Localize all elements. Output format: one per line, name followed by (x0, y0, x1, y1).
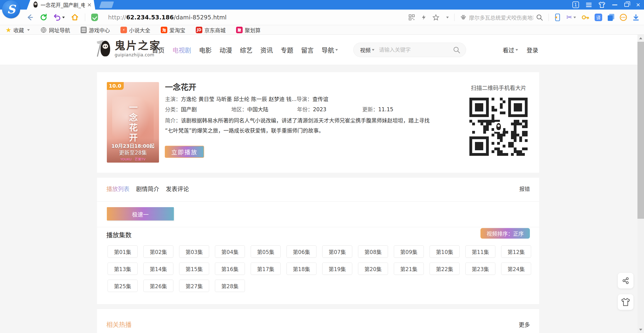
playlist-tab[interactable]: 发表评论 (166, 184, 189, 193)
skin-tshirt-icon[interactable] (599, 2, 605, 8)
episode-button[interactable]: 第07集 (322, 245, 352, 258)
episode-button[interactable]: 第25集 (108, 280, 138, 292)
share-button[interactable] (618, 273, 633, 288)
download-icon[interactable] (632, 14, 639, 21)
refresh-icon[interactable] (40, 14, 47, 21)
bookmark-item[interactable]: 游戏中心 (81, 26, 110, 34)
nav-item[interactable]: 综艺 (240, 45, 252, 54)
episode-button[interactable]: 第11集 (465, 245, 495, 258)
bookmark-item[interactable]: 聚聚划算 (236, 26, 261, 34)
episode-button[interactable]: 第14集 (143, 263, 173, 275)
episode-button[interactable]: 第21集 (394, 263, 424, 275)
bookmark-item[interactable]: JD京东商城 (196, 26, 226, 34)
episode-button[interactable]: 第18集 (286, 263, 316, 275)
category-field: 分类：国产剧 (165, 105, 197, 113)
bookmark-item[interactable]: ⚡小说大全 (120, 26, 150, 34)
undo-dropdown-icon[interactable] (62, 17, 65, 20)
episode-button[interactable]: 第17集 (251, 263, 281, 275)
site-search[interactable]: 视频 (353, 43, 466, 57)
episode-button[interactable]: 第08集 (358, 245, 388, 258)
hot-search-box[interactable]: 摩尔多瓦总统爱犬咬伤奥地利 (460, 14, 543, 21)
report-error-link[interactable]: 报错 (519, 185, 530, 192)
episode-button[interactable]: 第05集 (251, 245, 281, 258)
window-count-badge[interactable]: 1 (572, 2, 579, 8)
nav-item[interactable]: 电视剧 (172, 45, 191, 54)
tabs-copy-icon[interactable] (608, 14, 614, 21)
nav-item[interactable]: 专题 (281, 45, 293, 54)
nav-item[interactable]: 导航 (321, 45, 338, 54)
episode-button[interactable]: 第13集 (108, 263, 138, 275)
send-to-phone-icon[interactable] (554, 14, 561, 21)
sort-order-button[interactable]: 视频排序：正序 (480, 228, 530, 239)
search-category-select[interactable]: 视频 (360, 46, 374, 54)
skin-button[interactable] (618, 294, 633, 310)
episode-button[interactable]: 第28集 (215, 280, 245, 292)
episode-button[interactable]: 第03集 (179, 245, 209, 258)
tab-close-icon[interactable]: × (87, 2, 92, 8)
login-link[interactable]: 登录 (527, 46, 538, 54)
watch-history-link[interactable]: 看过 (503, 46, 518, 54)
translate-icon[interactable]: 译 (595, 14, 602, 21)
playlist-tab[interactable]: 剧情简介 (136, 184, 159, 193)
favorite-star-icon[interactable] (432, 14, 439, 21)
flash-icon[interactable] (421, 14, 427, 21)
nav-item[interactable]: 首页 (152, 45, 165, 54)
home-icon[interactable] (71, 14, 79, 21)
favorites-dropdown-icon[interactable] (446, 17, 449, 20)
bookmark-item[interactable]: 淘爱淘宝 (161, 26, 185, 34)
qr-code-icon[interactable] (408, 14, 415, 21)
search-input[interactable] (379, 47, 437, 53)
episode-button[interactable]: 第10集 (430, 245, 460, 258)
episode-button[interactable]: 第04集 (215, 245, 245, 258)
key-icon[interactable] (582, 14, 589, 21)
episode-button[interactable]: 第27集 (179, 280, 209, 292)
episode-button[interactable]: 第15集 (179, 263, 209, 275)
episode-button[interactable]: 第22集 (430, 263, 460, 275)
site-logo[interactable]: 鬼片之家 guipianzhijia.com (98, 39, 161, 59)
search-icon[interactable] (453, 46, 460, 54)
episode-button[interactable]: 第12集 (501, 245, 531, 258)
nav-item[interactable]: 电影 (199, 45, 212, 54)
episode-button[interactable]: 第24集 (501, 263, 531, 275)
episode-button[interactable]: 第09集 (394, 245, 424, 258)
more-circle-icon[interactable] (620, 14, 627, 21)
browser-tab[interactable]: 一念花开_国产剧_电视剧 × (27, 0, 95, 10)
qr-finder-pattern (469, 98, 489, 117)
new-tab-button[interactable] (99, 2, 114, 8)
episode-button[interactable]: 第20集 (358, 263, 388, 275)
episode-button[interactable]: 第16集 (215, 263, 245, 275)
bookmark-item[interactable]: 网址导航 (40, 26, 70, 34)
chevron-down-icon[interactable] (27, 29, 30, 32)
scroll-up-arrow[interactable] (637, 35, 644, 42)
minimize-icon[interactable] (612, 5, 617, 5)
page-scrollbar[interactable] (637, 35, 644, 333)
address-bar[interactable]: http://62.234.53.186/dami-85295.html (108, 14, 227, 21)
nav-item[interactable]: 动漫 (219, 45, 232, 54)
playlist-tab[interactable]: 播放列表 (106, 184, 130, 193)
bookmark-item[interactable]: ★收藏 (6, 26, 30, 34)
episode-button[interactable]: 第26集 (143, 280, 173, 292)
back-icon[interactable] (26, 14, 34, 21)
movie-poster[interactable]: 10.0 一念花开 10月23日18:00起 更新至28集 YOUKU · 芒果… (107, 82, 159, 163)
more-link[interactable]: 更多 (519, 320, 530, 328)
restore-icon[interactable] (624, 3, 629, 7)
scissors-dropdown-icon[interactable] (573, 17, 576, 20)
shield-check-icon[interactable] (91, 14, 98, 21)
nav-item[interactable]: 留言 (301, 45, 314, 54)
episode-button[interactable]: 第02集 (143, 245, 173, 258)
scrollbar-thumb[interactable] (637, 42, 644, 219)
episode-button[interactable]: 第01集 (108, 245, 138, 258)
episode-button[interactable]: 第06集 (286, 245, 316, 258)
sogou-browser-logo[interactable]: S (2, 0, 20, 18)
episode-button[interactable]: 第19集 (322, 263, 352, 275)
nav-item[interactable]: 资讯 (260, 45, 273, 54)
episode-button[interactable]: 第23集 (465, 263, 495, 275)
undo-icon[interactable] (53, 14, 65, 21)
scissors-icon[interactable]: ✂ (566, 13, 576, 21)
close-icon[interactable]: × (636, 2, 640, 8)
source-tab-button[interactable]: 极速一 (107, 207, 174, 220)
scroll-down-arrow[interactable] (637, 326, 644, 333)
play-now-button[interactable]: 立即播放 (165, 146, 204, 158)
menu-icon[interactable] (586, 3, 592, 7)
hot-search-text[interactable]: 摩尔多瓦总统爱犬咬伤奥地利 (469, 14, 533, 21)
